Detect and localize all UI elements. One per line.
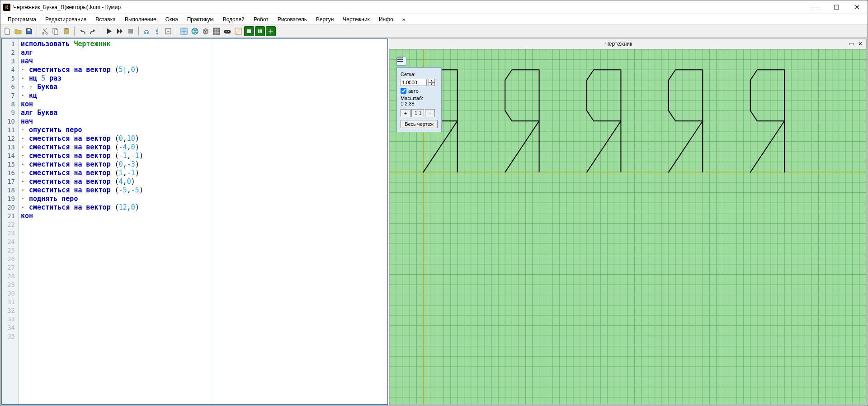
maximize-button[interactable]: ☐ [826,0,847,14]
line-number: 3 [2,57,19,66]
drawing-canvas[interactable]: Сетка: ▴▾ авто Масштаб: 1:2.38 + 1:1 - [389,49,867,405]
line-number: 31 [2,298,19,306]
step-into-icon[interactable] [152,26,162,36]
zoom-out-button[interactable]: - [425,109,435,117]
line-number: 34 [2,324,19,332]
paste-icon[interactable] [61,26,71,36]
svg-point-17 [228,31,229,32]
menu-7[interactable]: Робот [249,15,273,24]
menu-5[interactable]: Практикум [183,15,218,24]
menu-11[interactable]: Инфо [374,15,398,24]
auto-label: авто [408,88,419,94]
cut-icon[interactable] [40,26,50,36]
code-editor[interactable]: использовать Чертежникалгнач· сместиться… [19,39,210,404]
line-number: 26 [2,255,19,263]
grid-spin-up[interactable]: ▴ [429,79,435,82]
window-title: Чертежник_Буква_Я(векторы).kum - Кумир [13,4,121,10]
grid-spin-down[interactable]: ▾ [429,82,435,86]
svg-rect-14 [213,28,220,34]
line-number: 21 [2,212,19,220]
menu-10[interactable]: Чертежник [338,15,374,24]
svg-rect-4 [54,30,58,34]
line-number: 22 [2,220,19,229]
svg-rect-15 [224,30,231,33]
panel-close-button[interactable]: ✕ [856,40,864,48]
green-2-icon[interactable] [255,26,265,36]
app-icon: К [3,4,10,11]
step-out-icon[interactable] [163,26,173,36]
svg-point-8 [144,32,146,34]
line-number: 9 [2,109,19,117]
zoom-in-button[interactable]: + [401,109,410,117]
svg-point-9 [147,32,149,34]
line-number: 5 [2,74,19,83]
run-fast-icon[interactable] [115,26,125,36]
scale-value: 1:2.38 [401,101,438,106]
game-icon[interactable] [222,26,232,36]
line-number: 2 [2,48,19,57]
minimize-button[interactable]: — [805,0,826,14]
menu-2[interactable]: Вставка [91,15,120,24]
globe-icon[interactable] [190,26,200,36]
line-number: 23 [2,229,19,238]
line-number: 17 [2,177,19,186]
svg-rect-7 [128,29,133,33]
line-number: 15 [2,160,19,169]
save-file-icon[interactable] [24,26,34,36]
grid-step-input[interactable] [401,79,427,86]
svg-rect-6 [65,28,68,29]
cube-icon[interactable] [201,26,211,36]
line-number: 32 [2,306,19,315]
close-button[interactable]: ✕ [847,0,868,14]
zoom-reset-button[interactable]: 1:1 [411,109,424,117]
line-number: 16 [2,169,19,177]
settings-toggle-button[interactable] [396,57,406,66]
green-1-icon[interactable] [244,26,254,36]
menu-12[interactable]: » [398,15,410,24]
drawing-panel: Чертежник ▭ ✕ Сетка: ▴▾ авто [389,38,867,405]
grid-label: Сетка: [401,72,438,77]
line-number: 18 [2,186,19,195]
grid-2-icon[interactable] [212,26,222,36]
menu-8[interactable]: Рисователь [273,15,311,24]
auto-checkbox[interactable] [401,88,406,94]
line-number: 10 [2,117,19,126]
undo-icon[interactable] [77,26,87,36]
menu-3[interactable]: Выполнение [120,15,161,24]
copy-icon[interactable] [51,26,61,36]
grid-1-icon[interactable] [179,26,189,36]
line-number: 29 [2,281,19,289]
line-number: 25 [2,246,19,255]
green-3-icon[interactable] [266,26,276,36]
svg-point-10 [156,33,158,34]
line-number: 33 [2,315,19,324]
title-bar: К Чертежник_Буква_Я(векторы).kum - Кумир… [0,0,868,14]
line-number: 35 [2,332,19,341]
fit-all-button[interactable]: Весь чертеж [401,120,438,128]
menu-0[interactable]: Программа [3,15,41,24]
menu-4[interactable]: Окна [161,15,183,24]
open-file-icon[interactable] [13,26,23,36]
line-number: 13 [2,143,19,152]
edit-img-icon[interactable] [233,26,243,36]
stop-icon[interactable] [126,26,136,36]
new-file-icon[interactable] [2,26,12,36]
settings-panel: Сетка: ▴▾ авто Масштаб: 1:2.38 + 1:1 - [396,67,442,132]
line-number: 14 [2,152,19,160]
panel-header: Чертежник ▭ ✕ [389,38,867,49]
panel-dock-button[interactable]: ▭ [847,40,855,48]
menu-9[interactable]: Вертун [311,15,338,24]
redo-icon[interactable] [88,26,98,36]
run-icon[interactable] [104,26,114,36]
line-number: 11 [2,126,19,134]
panel-title: Чертежник [391,41,846,47]
svg-rect-21 [256,28,264,35]
line-number: 6 [2,83,19,91]
menu-bar: ПрограммаРедактированиеВставкаВыполнение… [0,14,868,25]
line-number: 4 [2,66,19,74]
line-number: 20 [2,203,19,212]
menu-6[interactable]: Водолей [218,15,249,24]
step-over-icon[interactable] [142,26,151,36]
menu-1[interactable]: Редактирование [41,15,91,24]
margin-pane [210,39,387,404]
